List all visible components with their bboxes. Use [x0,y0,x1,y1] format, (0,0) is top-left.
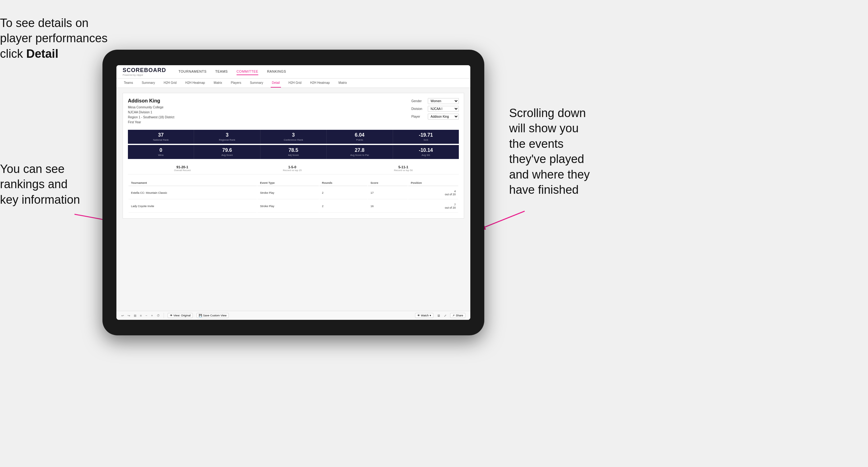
adj-score-value: 78.5 [262,148,324,153]
col-event-type: Event Type [257,180,319,186]
subnav-summary2[interactable]: Summary [249,79,265,88]
plus-icon[interactable]: + [151,314,153,317]
view-original-button[interactable]: 👁 View: Original [168,313,193,318]
table-row: Lady Coyote Invite Stroke Play 2 16 7 ou… [128,200,458,213]
subnav-h2h-heatmap2[interactable]: H2H Heatmap [309,79,331,88]
avg-score-label: Avg Score [196,154,258,156]
subnav-teams[interactable]: Teams [123,79,134,88]
score-2: 16 [368,200,408,213]
tablet-device: SCOREBOARD Powered by clippd TOURNAMENTS… [102,50,484,335]
stat-points: 6.04 Points [327,130,393,144]
tournament-table: Tournament Event Type Rounds Score Posit… [128,180,459,213]
main-content: Addison King Mesa Community College NJCA… [116,88,470,311]
player-info: Addison King Mesa Community College NJCA… [128,98,175,125]
gender-label: Gender [411,99,425,103]
division-control: Division NJCAA I [411,106,459,112]
stat-avg-score-par: 27.8 Avg Score to Par [327,145,393,159]
scoreboard-logo: SCOREBOARD Powered by clippd [123,67,166,76]
stat-adj-score: 78.5 Adj Score [260,145,327,159]
subnav-h2h-heatmap[interactable]: H2H Heatmap [184,79,206,88]
event-type-2: Stroke Play [257,200,319,213]
tournament-name-1: Estella CC- Mountain Classic [128,187,257,199]
nav-tournaments[interactable]: TOURNAMENTS [179,68,207,75]
player-select[interactable]: Addison King [428,114,459,120]
conference-rank-label: Conference Rank [262,138,324,141]
clock-icon[interactable]: ⏱ [157,314,160,317]
player-region: Region 1 - Southwest (18) District [128,116,175,119]
regional-rank-label: Regional Rank [196,138,258,141]
points-label: Points [329,138,391,141]
col-score: Score [368,180,408,186]
top50-record-value: 5-11-1 [394,165,412,169]
grid-icon[interactable]: ⊞ [134,314,136,317]
wins-value: 0 [130,148,192,153]
redo-icon[interactable]: ↪ [128,314,130,317]
col-rounds: Rounds [319,180,367,186]
wins-label: Wins [130,154,192,156]
adj-score-label: Adj Score [262,154,324,156]
stat-avg-sg: -10.14 Avg SG [393,145,459,159]
gender-select[interactable]: Women [428,98,459,104]
minus-icon[interactable]: − [146,314,148,317]
position-2: 7 out of 20 [408,200,458,213]
tablet-screen: SCOREBOARD Powered by clippd TOURNAMENTS… [116,65,470,320]
avg-sg-label: Avg SG [395,154,457,156]
division-select[interactable]: NJCAA I [428,106,459,112]
player-select-label: Player [411,115,425,118]
logo-subtitle: Powered by clippd [123,73,166,76]
position-1: 4 out of 20 [408,187,458,199]
subnav-detail[interactable]: Detail [271,79,281,88]
logo-title: SCOREBOARD [123,67,166,73]
main-nav: TOURNAMENTS TEAMS COMMITTEE RANKINGS [179,68,286,75]
top25-record-label: Record vs top 25 [283,169,302,172]
undo-icon[interactable]: ↩ [121,314,124,317]
subnav-h2h-grid2[interactable]: H2H Grid [287,79,303,88]
avg-score-par-label: Avg Score to Par [329,154,391,156]
save-icon: 💾 [199,314,202,317]
chevron-down-icon: ▾ [430,314,431,317]
nav-teams[interactable]: TEAMS [215,68,227,75]
share-icon: ↗ [452,314,455,317]
record-top25: 1-5-0 Record vs top 25 [283,165,302,172]
subnav-players[interactable]: Players [230,79,243,88]
records-row: 91-20-1 Overall Record 1-5-0 Record vs t… [128,163,459,175]
rounds-2: 2 [319,200,367,213]
sos-label: SoS [395,138,457,141]
subnav-matrix2[interactable]: Matrix [337,79,348,88]
nav-committee[interactable]: COMMITTEE [237,68,258,75]
record-overall: 91-20-1 Overall Record [174,165,191,172]
stats-row-1: 37 National Rank 3 Regional Rank 3 Confe… [128,130,459,144]
event-type-1: Stroke Play [257,187,319,199]
subnav-matrix[interactable]: Matrix [212,79,223,88]
gender-control: Gender Women [411,98,459,104]
watch-button[interactable]: 👁 Watch ▾ [415,313,433,318]
avg-sg-value: -10.14 [395,148,457,153]
player-select-control: Player Addison King [411,114,459,120]
subnav-h2h-grid[interactable]: H2H Grid [162,79,178,88]
record-top50: 5-11-1 Record vs top 50 [394,165,412,172]
national-rank-value: 37 [130,132,192,138]
top50-record-label: Record vs top 50 [394,169,412,172]
list-icon[interactable]: ≡ [140,314,142,317]
division-label: Division [411,107,425,111]
score-1: 17 [368,187,408,199]
top25-record-value: 1-5-0 [283,165,302,169]
nav-rankings[interactable]: RANKINGS [267,68,286,75]
player-year: First Year [128,121,141,124]
annotation-right: Scrolling down will show you the events … [509,105,646,197]
overall-record-label: Overall Record [174,169,191,172]
col-tournament: Tournament [128,180,257,186]
conference-rank-value: 3 [262,132,324,138]
table-row: Estella CC- Mountain Classic Stroke Play… [128,187,458,199]
view-icon: 👁 [170,314,173,317]
save-custom-view-button[interactable]: 💾 Save Custom View [196,313,229,318]
expand-icon[interactable]: ⤢ [444,314,446,317]
overall-record-value: 91-20-1 [174,165,191,169]
sos-value: -19.71 [395,132,457,138]
player-division: NJCAA Division 1 [128,111,152,114]
stat-national-rank: 37 National Rank [128,130,194,144]
player-name: Addison King [128,98,175,104]
screen-icon[interactable]: 🖥 [437,314,440,317]
share-button[interactable]: ↗ Share [450,313,465,318]
subnav-summary[interactable]: Summary [140,79,156,88]
